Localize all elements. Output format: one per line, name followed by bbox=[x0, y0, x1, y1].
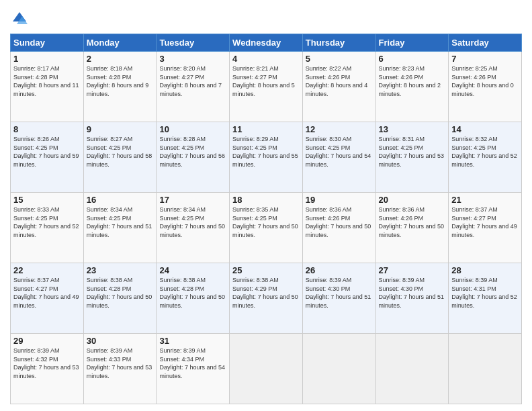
day-number: 19 bbox=[306, 195, 373, 205]
day-number: 29 bbox=[13, 336, 81, 346]
week-row-2: 8 Sunrise: 8:26 AMSunset: 4:25 PMDayligh… bbox=[11, 122, 522, 193]
day-info: Sunrise: 8:29 AMSunset: 4:25 PMDaylight:… bbox=[232, 136, 298, 168]
day-info: Sunrise: 8:38 AMSunset: 4:28 PMDaylight:… bbox=[159, 277, 225, 309]
day-info: Sunrise: 8:23 AMSunset: 4:26 PMDaylight:… bbox=[379, 65, 441, 97]
day-cell: 4 Sunrise: 8:21 AMSunset: 4:27 PMDayligh… bbox=[230, 52, 303, 122]
day-cell bbox=[449, 334, 522, 404]
day-cell: 18 Sunrise: 8:35 AMSunset: 4:25 PMDaylig… bbox=[230, 193, 303, 263]
day-number: 9 bbox=[87, 124, 154, 134]
day-cell: 20 Sunrise: 8:36 AMSunset: 4:26 PMDaylig… bbox=[375, 193, 449, 263]
day-cell: 29 Sunrise: 8:39 AMSunset: 4:32 PMDaylig… bbox=[11, 334, 84, 404]
logo bbox=[10, 9, 32, 28]
day-number: 4 bbox=[232, 54, 300, 64]
day-number: 26 bbox=[306, 265, 373, 275]
week-row-4: 22 Sunrise: 8:37 AMSunset: 4:27 PMDaylig… bbox=[11, 263, 522, 334]
day-number: 6 bbox=[379, 54, 446, 64]
day-info: Sunrise: 8:38 AMSunset: 4:28 PMDaylight:… bbox=[87, 277, 152, 309]
day-number: 24 bbox=[159, 265, 226, 275]
week-row-3: 15 Sunrise: 8:33 AMSunset: 4:25 PMDaylig… bbox=[11, 193, 522, 263]
day-number: 31 bbox=[159, 336, 226, 346]
day-cell: 24 Sunrise: 8:38 AMSunset: 4:28 PMDaylig… bbox=[157, 263, 230, 334]
day-info: Sunrise: 8:20 AMSunset: 4:27 PMDaylight:… bbox=[159, 65, 222, 97]
day-number: 7 bbox=[451, 54, 519, 64]
day-cell bbox=[375, 334, 449, 404]
day-info: Sunrise: 8:26 AMSunset: 4:25 PMDaylight:… bbox=[13, 136, 79, 168]
day-cell: 16 Sunrise: 8:34 AMSunset: 4:25 PMDaylig… bbox=[83, 193, 157, 263]
weekday-monday: Monday bbox=[83, 34, 157, 52]
day-cell: 13 Sunrise: 8:31 AMSunset: 4:25 PMDaylig… bbox=[375, 122, 449, 193]
day-info: Sunrise: 8:39 AMSunset: 4:30 PMDaylight:… bbox=[379, 277, 445, 309]
day-cell: 12 Sunrise: 8:30 AMSunset: 4:25 PMDaylig… bbox=[302, 122, 375, 193]
day-cell: 17 Sunrise: 8:34 AMSunset: 4:25 PMDaylig… bbox=[157, 193, 230, 263]
day-cell: 21 Sunrise: 8:37 AMSunset: 4:27 PMDaylig… bbox=[449, 193, 522, 263]
day-info: Sunrise: 8:39 AMSunset: 4:32 PMDaylight:… bbox=[13, 347, 79, 379]
weekday-header-row: SundayMondayTuesdayWednesdayThursdayFrid… bbox=[11, 34, 522, 52]
day-number: 27 bbox=[379, 265, 446, 275]
day-number: 12 bbox=[306, 124, 373, 134]
day-cell: 2 Sunrise: 8:18 AMSunset: 4:28 PMDayligh… bbox=[83, 52, 157, 122]
day-number: 25 bbox=[232, 265, 300, 275]
day-number: 8 bbox=[13, 124, 81, 134]
day-cell: 22 Sunrise: 8:37 AMSunset: 4:27 PMDaylig… bbox=[11, 263, 84, 334]
day-cell: 23 Sunrise: 8:38 AMSunset: 4:28 PMDaylig… bbox=[83, 263, 157, 334]
day-number: 23 bbox=[87, 265, 154, 275]
day-info: Sunrise: 8:25 AMSunset: 4:26 PMDaylight:… bbox=[451, 65, 514, 97]
day-number: 13 bbox=[379, 124, 446, 134]
day-cell: 10 Sunrise: 8:28 AMSunset: 4:25 PMDaylig… bbox=[157, 122, 230, 193]
week-row-5: 29 Sunrise: 8:39 AMSunset: 4:32 PMDaylig… bbox=[11, 334, 522, 404]
day-info: Sunrise: 8:34 AMSunset: 4:25 PMDaylight:… bbox=[159, 206, 225, 238]
page: SundayMondayTuesdayWednesdayThursdayFrid… bbox=[0, 0, 532, 411]
day-cell: 25 Sunrise: 8:38 AMSunset: 4:29 PMDaylig… bbox=[230, 263, 303, 334]
day-number: 15 bbox=[13, 195, 81, 205]
day-info: Sunrise: 8:30 AMSunset: 4:25 PMDaylight:… bbox=[306, 136, 371, 168]
day-cell: 30 Sunrise: 8:39 AMSunset: 4:33 PMDaylig… bbox=[83, 334, 157, 404]
day-cell: 15 Sunrise: 8:33 AMSunset: 4:25 PMDaylig… bbox=[11, 193, 84, 263]
day-cell: 8 Sunrise: 8:26 AMSunset: 4:25 PMDayligh… bbox=[11, 122, 84, 193]
weekday-saturday: Saturday bbox=[449, 34, 522, 52]
weekday-wednesday: Wednesday bbox=[230, 34, 303, 52]
day-info: Sunrise: 8:34 AMSunset: 4:25 PMDaylight:… bbox=[87, 206, 152, 238]
day-cell: 5 Sunrise: 8:22 AMSunset: 4:26 PMDayligh… bbox=[302, 52, 375, 122]
day-info: Sunrise: 8:37 AMSunset: 4:27 PMDaylight:… bbox=[13, 277, 79, 309]
day-info: Sunrise: 8:22 AMSunset: 4:26 PMDaylight:… bbox=[306, 65, 368, 97]
day-cell: 19 Sunrise: 8:36 AMSunset: 4:26 PMDaylig… bbox=[302, 193, 375, 263]
day-number: 16 bbox=[87, 195, 154, 205]
day-number: 28 bbox=[451, 265, 519, 275]
day-number: 30 bbox=[87, 336, 154, 346]
day-info: Sunrise: 8:35 AMSunset: 4:25 PMDaylight:… bbox=[232, 206, 298, 238]
day-number: 21 bbox=[451, 195, 519, 205]
day-cell: 9 Sunrise: 8:27 AMSunset: 4:25 PMDayligh… bbox=[83, 122, 157, 193]
day-cell: 28 Sunrise: 8:39 AMSunset: 4:31 PMDaylig… bbox=[449, 263, 522, 334]
day-info: Sunrise: 8:39 AMSunset: 4:33 PMDaylight:… bbox=[87, 347, 152, 379]
day-info: Sunrise: 8:31 AMSunset: 4:25 PMDaylight:… bbox=[379, 136, 445, 168]
weekday-thursday: Thursday bbox=[302, 34, 375, 52]
day-cell: 27 Sunrise: 8:39 AMSunset: 4:30 PMDaylig… bbox=[375, 263, 449, 334]
day-cell bbox=[302, 334, 375, 404]
day-cell: 3 Sunrise: 8:20 AMSunset: 4:27 PMDayligh… bbox=[157, 52, 230, 122]
day-info: Sunrise: 8:21 AMSunset: 4:27 PMDaylight:… bbox=[232, 65, 295, 97]
day-number: 3 bbox=[159, 54, 226, 64]
week-row-1: 1 Sunrise: 8:17 AMSunset: 4:28 PMDayligh… bbox=[11, 52, 522, 122]
day-info: Sunrise: 8:36 AMSunset: 4:26 PMDaylight:… bbox=[306, 206, 371, 238]
day-number: 14 bbox=[451, 124, 519, 134]
day-number: 18 bbox=[232, 195, 300, 205]
calendar: SundayMondayTuesdayWednesdayThursdayFrid… bbox=[10, 34, 522, 404]
day-number: 11 bbox=[232, 124, 300, 134]
day-cell: 11 Sunrise: 8:29 AMSunset: 4:25 PMDaylig… bbox=[230, 122, 303, 193]
day-number: 20 bbox=[379, 195, 446, 205]
day-info: Sunrise: 8:33 AMSunset: 4:25 PMDaylight:… bbox=[13, 206, 79, 238]
day-info: Sunrise: 8:39 AMSunset: 4:30 PMDaylight:… bbox=[306, 277, 371, 309]
day-cell: 7 Sunrise: 8:25 AMSunset: 4:26 PMDayligh… bbox=[449, 52, 522, 122]
day-cell: 31 Sunrise: 8:39 AMSunset: 4:34 PMDaylig… bbox=[157, 334, 230, 404]
day-info: Sunrise: 8:39 AMSunset: 4:31 PMDaylight:… bbox=[451, 277, 517, 309]
day-cell: 14 Sunrise: 8:32 AMSunset: 4:25 PMDaylig… bbox=[449, 122, 522, 193]
day-number: 17 bbox=[159, 195, 226, 205]
day-cell: 26 Sunrise: 8:39 AMSunset: 4:30 PMDaylig… bbox=[302, 263, 375, 334]
day-info: Sunrise: 8:37 AMSunset: 4:27 PMDaylight:… bbox=[451, 206, 517, 238]
day-info: Sunrise: 8:38 AMSunset: 4:29 PMDaylight:… bbox=[232, 277, 298, 309]
day-info: Sunrise: 8:32 AMSunset: 4:25 PMDaylight:… bbox=[451, 136, 517, 168]
header bbox=[10, 7, 522, 28]
day-info: Sunrise: 8:36 AMSunset: 4:26 PMDaylight:… bbox=[379, 206, 445, 238]
weekday-tuesday: Tuesday bbox=[157, 34, 230, 52]
day-info: Sunrise: 8:39 AMSunset: 4:34 PMDaylight:… bbox=[159, 347, 225, 379]
